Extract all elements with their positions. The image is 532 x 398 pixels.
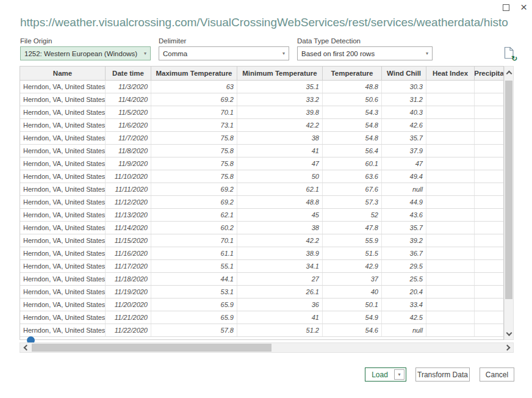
table-cell [475, 273, 503, 285]
scroll-up-arrow[interactable] [505, 68, 513, 79]
column-header: Temperature [323, 67, 382, 80]
table-cell: 54.8 [323, 132, 382, 144]
refresh-preview-icon[interactable]: ↻ [504, 46, 516, 61]
table-cell: 62.1 [237, 183, 323, 195]
table-cell: Herndon, VA, United States [20, 324, 106, 336]
table-row: Herndon, VA, United States11/7/202075.83… [20, 132, 503, 145]
table-cell [475, 183, 503, 195]
chevron-down-icon [506, 330, 512, 336]
table-cell: 48.8 [323, 81, 382, 93]
table-cell: 34.1 [237, 260, 323, 272]
table-cell: 70.1 [151, 234, 237, 247]
table-cell [475, 106, 503, 118]
table-cell: 11/21/2020 [106, 311, 151, 324]
table-cell: 45 [237, 209, 323, 221]
horizontal-scrollbar-thumb[interactable] [32, 344, 271, 352]
maximize-icon[interactable] [503, 4, 509, 11]
table-cell: 35.7 [382, 222, 426, 234]
table-cell: 60.2 [151, 222, 237, 234]
table-cell [426, 298, 475, 311]
refresh-arrows-glyph: ↻ [511, 54, 517, 63]
horizontal-scrollbar[interactable] [20, 342, 514, 353]
table-cell: Herndon, VA, United States [20, 119, 106, 131]
column-header: Wind Chill [382, 67, 426, 80]
table-cell: Herndon, VA, United States [20, 298, 106, 311]
table-cell [426, 234, 475, 247]
table-cell: 47 [382, 157, 426, 170]
table-cell: 50.1 [323, 298, 382, 311]
table-row: Herndon, VA, United States11/13/202062.1… [20, 209, 503, 222]
scroll-left-arrow[interactable] [21, 343, 31, 352]
table-cell: Herndon, VA, United States [20, 170, 106, 183]
delimiter-label: Delimiter [159, 37, 186, 45]
table-row: Herndon, VA, United States11/10/202075.8… [20, 170, 503, 183]
transform-data-button[interactable]: Transform Data [415, 367, 470, 382]
table-cell [426, 196, 475, 208]
table-cell: 41 [237, 145, 323, 157]
table-cell: 56.4 [323, 145, 382, 157]
table-cell: Herndon, VA, United States [20, 145, 106, 157]
chevron-down-icon: ▾ [282, 51, 285, 56]
table-row: Herndon, VA, United States11/16/202061.1… [20, 247, 503, 260]
table-cell: 38 [237, 132, 323, 144]
table-row: Herndon, VA, United States11/20/202065.9… [20, 298, 503, 311]
preview-table: NameDate timeMaximum TemperatureMinimum … [20, 66, 504, 340]
table-cell: 54.3 [323, 106, 382, 118]
table-cell [475, 119, 503, 131]
table-cell [475, 286, 503, 298]
load-button[interactable]: Load [365, 368, 394, 381]
file-origin-value: 1252: Western European (Windows) [24, 50, 142, 57]
table-cell [426, 260, 475, 272]
table-cell: 50.6 [323, 93, 382, 106]
table-cell [475, 209, 503, 221]
table-cell: 33.4 [382, 298, 426, 311]
table-cell: 44.9 [382, 196, 426, 208]
table-cell: 35.1 [237, 81, 323, 93]
close-icon[interactable]: × [520, 2, 527, 12]
table-cell [475, 132, 503, 144]
vertical-scrollbar-thumb[interactable] [505, 81, 512, 299]
load-dropdown-arrow[interactable]: ▾ [394, 369, 404, 380]
table-cell [426, 183, 475, 195]
table-cell: 11/8/2020 [106, 145, 151, 157]
table-cell: Herndon, VA, United States [20, 286, 106, 298]
chevron-right-icon [504, 345, 510, 351]
table-cell: 27 [237, 273, 323, 285]
table-cell: 57.3 [323, 196, 382, 208]
table-cell: Herndon, VA, United States [20, 157, 106, 170]
table-cell: 42.2 [237, 119, 323, 131]
table-cell: 55.9 [323, 234, 382, 247]
table-cell: 42.2 [237, 234, 323, 247]
table-cell: 41 [237, 311, 323, 324]
table-cell: Herndon, VA, United States [20, 209, 106, 221]
chevron-left-icon [23, 345, 29, 351]
table-cell: 38.9 [237, 247, 323, 259]
table-cell [475, 260, 503, 272]
table-cell: Herndon, VA, United States [20, 311, 106, 324]
file-origin-select[interactable]: 1252: Western European (Windows) ▾ [20, 46, 151, 60]
table-cell: null [382, 183, 426, 195]
table-cell: 51.5 [323, 247, 382, 259]
table-cell [475, 324, 503, 336]
data-type-detection-select[interactable]: Based on first 200 rows ▾ [297, 46, 433, 60]
table-cell [475, 196, 503, 208]
delimiter-select[interactable]: Comma ▾ [159, 46, 289, 60]
table-cell [426, 311, 475, 324]
scroll-down-arrow[interactable] [505, 327, 513, 338]
column-header: Maximum Temperature [151, 67, 237, 80]
table-row: Herndon, VA, United States11/22/202057.8… [20, 324, 503, 337]
table-cell: 69.2 [151, 93, 237, 106]
table-cell: 38 [237, 222, 323, 234]
data-type-detection-value: Based on first 200 rows [301, 50, 423, 57]
vertical-scrollbar[interactable] [504, 66, 514, 340]
table-cell: 29.5 [382, 260, 426, 272]
table-cell: 40.3 [382, 106, 426, 118]
table-cell: 11/5/2020 [106, 106, 151, 118]
table-cell: 11/20/2020 [106, 298, 151, 311]
table-cell: 73.1 [151, 119, 237, 131]
cancel-button[interactable]: Cancel [480, 367, 514, 382]
table-cell: 30.3 [382, 81, 426, 93]
scroll-right-arrow[interactable] [502, 343, 512, 352]
table-cell: 11/14/2020 [106, 222, 151, 234]
table-cell: 42.9 [323, 260, 382, 272]
